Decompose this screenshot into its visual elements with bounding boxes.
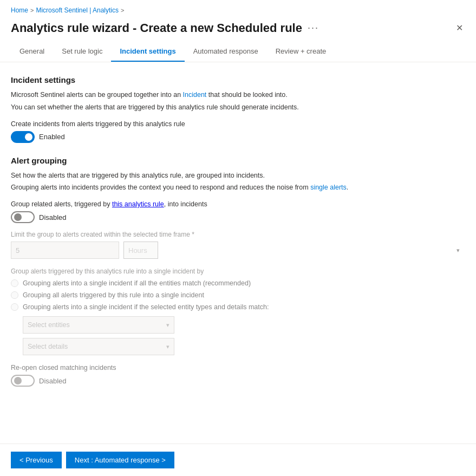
reopen-toggle-label: Disabled bbox=[39, 377, 67, 385]
page-title: Analytics rule wizard - Create a new Sch… bbox=[11, 21, 302, 35]
radio-selected-entities-input[interactable] bbox=[11, 303, 18, 311]
alert-grouping-title: Alert grouping bbox=[11, 156, 465, 165]
group-related-toggle[interactable] bbox=[11, 211, 35, 223]
tab-review-create[interactable]: Review + create bbox=[267, 42, 335, 62]
alert-grouping-sub-section: Limit the group to alerts created within… bbox=[11, 231, 465, 387]
tab-incident-settings[interactable]: Incident settings bbox=[111, 42, 184, 62]
radio-all-alerts[interactable]: Grouping all alerts triggered by this ru… bbox=[11, 291, 465, 299]
select-details-placeholder: Select details bbox=[28, 343, 68, 350]
time-frame-unit-select[interactable]: Hours Days Minutes bbox=[123, 242, 158, 259]
title-bar: Analytics rule wizard - Create a new Sch… bbox=[0, 18, 476, 42]
alert-grouping-desc1: Set how the alerts that are triggered by… bbox=[11, 171, 465, 181]
tab-automated-response[interactable]: Automated response bbox=[185, 42, 267, 62]
select-entities-wrapper: Select entities ▾ Select details ▾ bbox=[23, 316, 465, 355]
tab-set-rule-logic[interactable]: Set rule logic bbox=[53, 42, 111, 62]
time-frame-input[interactable] bbox=[11, 242, 119, 259]
chevron-down-icon: ▾ bbox=[457, 247, 460, 254]
radio-selected-entities[interactable]: Grouping alerts into a single incident i… bbox=[11, 303, 465, 311]
incident-settings-desc2: You can set whether the alerts that are … bbox=[11, 102, 465, 113]
select-entities-dropdown[interactable]: Select entities ▾ bbox=[23, 316, 174, 334]
toggle-track-disabled[interactable] bbox=[11, 211, 35, 223]
group-related-toggle-wrapper: Disabled bbox=[11, 211, 465, 223]
time-frame-unit-wrapper: Hours Days Minutes ▾ bbox=[123, 242, 465, 259]
footer: < Previous Next : Automated response > bbox=[0, 444, 476, 476]
next-button[interactable]: Next : Automated response > bbox=[66, 452, 174, 468]
time-frame-row: Hours Days Minutes ▾ bbox=[11, 242, 465, 259]
main-content: Incident settings Microsoft Sentinel ale… bbox=[0, 62, 476, 438]
radio-all-alerts-label: Grouping all alerts triggered by this ru… bbox=[23, 291, 204, 299]
toggle-thumb-enabled bbox=[25, 133, 32, 141]
group-by-label: Group alerts triggered by this analytics… bbox=[11, 268, 465, 275]
alert-grouping-section: Alert grouping Set how the alerts that a… bbox=[11, 156, 465, 387]
breadcrumb-sep1: > bbox=[30, 7, 34, 14]
create-incidents-toggle[interactable] bbox=[11, 131, 35, 143]
radio-all-entities-input[interactable] bbox=[11, 279, 18, 287]
breadcrumb-sentinel[interactable]: Microsoft Sentinel | Analytics bbox=[36, 6, 119, 14]
toggle-track-enabled[interactable] bbox=[11, 131, 35, 143]
radio-selected-entities-label: Grouping alerts into a single incident i… bbox=[23, 303, 269, 311]
group-by-radio-group: Grouping alerts into a single incident i… bbox=[11, 279, 465, 311]
alert-grouping-desc2: Grouping alerts into incidents provides … bbox=[11, 182, 465, 193]
toggle-thumb-disabled bbox=[14, 213, 22, 221]
incident-settings-title: Incident settings bbox=[11, 75, 465, 84]
close-icon[interactable]: ✕ bbox=[454, 21, 465, 35]
toggle-track-reopen[interactable] bbox=[11, 375, 35, 387]
breadcrumb-sep2: > bbox=[121, 7, 124, 14]
more-icon[interactable]: ··· bbox=[308, 22, 319, 34]
incident-settings-desc1: Microsoft Sentinel alerts can be grouped… bbox=[11, 90, 465, 100]
single-alerts-link[interactable]: single alerts bbox=[310, 184, 347, 191]
select-entities-placeholder: Select entities bbox=[28, 321, 70, 329]
breadcrumb-home[interactable]: Home bbox=[11, 6, 28, 14]
reopen-label: Re-open closed matching incidents bbox=[11, 364, 465, 371]
radio-all-alerts-input[interactable] bbox=[11, 291, 18, 299]
breadcrumb: Home > Microsoft Sentinel | Analytics > bbox=[0, 0, 476, 18]
tabs-bar: General Set rule logic Incident settings… bbox=[0, 42, 476, 62]
section-spacer bbox=[11, 143, 465, 156]
time-frame-label: Limit the group to alerts created within… bbox=[11, 231, 465, 238]
tab-general[interactable]: General bbox=[11, 42, 53, 62]
select-details-dropdown[interactable]: Select details ▾ bbox=[23, 338, 174, 355]
previous-button[interactable]: < Previous bbox=[11, 452, 62, 468]
group-related-label: Group related alerts, triggered by this … bbox=[11, 200, 465, 208]
chevron-entities-icon: ▾ bbox=[166, 322, 169, 329]
chevron-details-icon: ▾ bbox=[166, 343, 169, 350]
create-incidents-toggle-wrapper: Enabled bbox=[11, 131, 465, 143]
reopen-toggle[interactable] bbox=[11, 375, 35, 387]
footer-spacer bbox=[11, 387, 465, 425]
radio-all-entities-label: Grouping alerts into a single incident i… bbox=[23, 279, 251, 287]
radio-all-entities[interactable]: Grouping alerts into a single incident i… bbox=[11, 279, 465, 287]
incident-link[interactable]: Incident bbox=[183, 91, 207, 99]
create-incidents-label: Create incidents from alerts triggered b… bbox=[11, 120, 465, 128]
analytics-rule-link[interactable]: this analytics rule bbox=[112, 200, 164, 208]
title-bar-left: Analytics rule wizard - Create a new Sch… bbox=[11, 21, 319, 35]
group-related-toggle-label: Disabled bbox=[39, 213, 67, 221]
incident-settings-section: Incident settings Microsoft Sentinel ale… bbox=[11, 75, 465, 143]
toggle-thumb-reopen bbox=[14, 377, 22, 384]
reopen-toggle-wrapper: Disabled bbox=[11, 375, 465, 387]
create-incidents-toggle-label: Enabled bbox=[39, 133, 65, 141]
